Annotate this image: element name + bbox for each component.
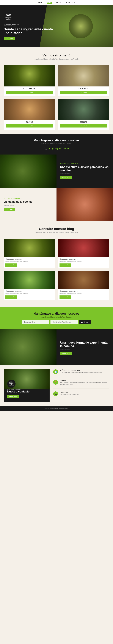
newsletter-subtitle: Sample text. Click to select the Text El… [6, 316, 107, 318]
menu-card-dessert-content: POSTRE LEER MÁS [3, 120, 55, 130]
menu-card-dessert-title: POSTRE [6, 121, 53, 123]
discount-percent: 40% [6, 14, 11, 17]
contact-dark-title: Manténgase al día con nosotros [3, 139, 110, 142]
blog-card-4-text: Sample text. Lorem ipsum dolor sit amet.… [5, 292, 53, 294]
menu-card-salad-button[interactable]: LEER MÁS [60, 91, 107, 94]
bottom-feature-content: NUESTRO RESTAURANTE Una nueva forma de e… [56, 329, 113, 365]
hero-content: 40% ALMUERZO DE NEGOCIOS TÍTULO DE NUEST… [0, 5, 56, 48]
contact-dark-subtitle: Sample text. Click to select the Text El… [3, 143, 110, 145]
info-item-chart: 📊 GRÁFICO PARA NOSOTROS Tu correo amable… [53, 370, 110, 377]
contact-title: Nuestro contacto [7, 390, 46, 393]
blog-card-6-text: Sample text. Lorem ipsum dolor sit amet.… [5, 260, 53, 262]
info-item-chart-title: GRÁFICO PARA NOSOTROS [60, 370, 102, 371]
contact-phone: 📞 +1 (234) 567-8910 [3, 147, 110, 150]
contact-left: 40% ALMUERZO DE NEGOCIOS TÍTULO DE NUEST… [3, 370, 50, 402]
phone-icon: 📞 [44, 147, 47, 150]
feature1-image-label: Imagen de Freepik [60, 173, 110, 174]
blog-title-area: Consulte nuestro blog Sample text. Click… [0, 221, 113, 236]
blog-card-3: TÍTULO DE LA PUBLICACIÓN 3 Sample text. … [58, 271, 110, 300]
menu-card-pizza-image [3, 65, 55, 86]
blog-card-5-title: TÍTULO DE LA PUBLICACIÓN 5 [60, 258, 108, 260]
feature1-image [0, 154, 56, 188]
blog-grid: TÍTULO DE LA PUBLICACIÓN 6 Sample text. … [0, 236, 113, 303]
blog-card-6: TÍTULO DE LA PUBLICACIÓN 6 Sample text. … [3, 239, 55, 268]
menu-card-dessert: POSTRE LEER MÁS [3, 99, 55, 130]
hero-subtitle: TÍTULO DE NUESTRA [3, 24, 53, 25]
newsletter-title: Manténgase al día con nosotros [6, 312, 107, 315]
newsletter-name-input[interactable] [50, 320, 78, 324]
blog-card-3-content: TÍTULO DE LA PUBLICACIÓN 3 Sample text. … [58, 289, 110, 300]
feature1-content: NUESTRO RESTAURANTE Una aventura culinar… [56, 154, 113, 188]
blog-card-4-title: TÍTULO DE LA PUBLICACIÓN 4 [5, 290, 53, 292]
menu-card-drinks: BEBIDAS LEER MÁS [58, 99, 110, 130]
contact-discount-badge: 40% ALMUERZO DE NEGOCIOS [7, 380, 15, 388]
newsletter-submit-button[interactable]: ENVÍAME [79, 320, 91, 324]
blog-card-5-button[interactable]: LEER MÁS [60, 264, 71, 266]
info-item-location-title: OFICINA [60, 380, 110, 381]
menu-card-salad-image [58, 65, 110, 86]
info-item-location-text: OFICINA Ven a saludar a la sede de nuest… [60, 380, 110, 386]
menu-section-title: Ver nuestro menú [3, 54, 110, 57]
contact-right: 📊 GRÁFICO PARA NOSOTROS Tu correo amable… [53, 370, 110, 402]
contact-phone-number: +1 (234) 567-8910 [49, 147, 69, 150]
blog-card-4-button[interactable]: LEER MÁS [5, 296, 17, 298]
feature2-image [56, 188, 113, 221]
blog-card-5: TÍTULO DE LA PUBLICACIÓN 5 Sample text. … [58, 239, 110, 268]
menu-card-salad-content: ENSALADAS LEER MÁS [58, 86, 110, 96]
bottom-feature-cta-button[interactable]: LEER MÁS [60, 352, 72, 355]
blog-card-3-title: TÍTULO DE LA PUBLICACIÓN 3 [60, 290, 108, 292]
feature1-cta-button[interactable]: LEER MÁS [60, 176, 72, 179]
menu-card-dessert-image [3, 99, 55, 120]
feature1-section: NUESTRO RESTAURANTE Una aventura culinar… [0, 154, 113, 188]
discount-label: ALMUERZO DE NEGOCIOS [5, 17, 11, 20]
menu-grid: PIZZA CALIENTE LEER MÁS ENSALADAS LEER M… [0, 63, 113, 134]
hero-cta-button[interactable]: LEER MÁS [3, 37, 15, 40]
nav-about[interactable]: ABOUT [56, 2, 63, 4]
nav-home[interactable]: HOME [47, 2, 52, 4]
menu-card-pizza-button[interactable]: LEER MÁS [6, 91, 53, 94]
hero-image-label: Imagen de Freepik [3, 25, 53, 26]
bottom-feature-title: Una nueva forma de experimentar la comid… [60, 341, 110, 348]
menu-section-subtitle: Sample text. Click to select the Text El… [3, 58, 110, 60]
contact-info-list: 📊 GRÁFICO PARA NOSOTROS Tu correo amable… [53, 370, 110, 399]
blog-card-4: TÍTULO DE LA PUBLICACIÓN 4 Sample text. … [3, 271, 55, 300]
feature2-restaurant-label: NUESTRO RESTAURANTE [3, 198, 53, 199]
blog-section-title: Consulte nuestro blog [3, 227, 110, 231]
info-item-location: 📍 OFICINA Ven a saludar a la sede de nue… [53, 380, 110, 389]
info-item-phone-title: TELÉFONO [60, 392, 79, 393]
newsletter-email-input[interactable] [22, 320, 49, 324]
feature2-section: NUESTRO RESTAURANTE La magia de la cocin… [0, 188, 113, 221]
menu-card-drinks-image [58, 99, 110, 120]
menu-card-drinks-content: BEBIDAS LEER MÁS [58, 120, 110, 130]
hero-food-decoration [69, 14, 93, 38]
footer-text: © 2024 Todos los derechos reservados. [45, 408, 69, 409]
bottom-feature-section: NUESTRO RESTAURANTE Una nueva forma de e… [0, 329, 113, 365]
menu-card-drinks-button[interactable]: LEER MÁS [60, 124, 107, 128]
nav-menu[interactable]: MENU [38, 2, 43, 4]
feature2-cta-button[interactable]: LEER MÁS [3, 208, 15, 211]
blog-card-5-text: Sample text. Lorem ipsum dolor sit amet.… [60, 260, 108, 262]
blog-card-4-content: TÍTULO DE LA PUBLICACIÓN 4 Sample text. … [3, 289, 55, 300]
menu-card-dessert-button[interactable]: LEER MÁS [6, 124, 53, 128]
blog-section: Consulte nuestro blog Sample text. Click… [0, 221, 113, 307]
blog-card-5-image [58, 239, 110, 257]
contact-info-section: 40% ALMUERZO DE NEGOCIOS TÍTULO DE NUEST… [0, 365, 113, 406]
hero-section: 40% ALMUERZO DE NEGOCIOS TÍTULO DE NUEST… [0, 5, 113, 48]
discount-badge: 40% ALMUERZO DE NEGOCIOS [3, 12, 13, 22]
nav-contact[interactable]: CONTACT [66, 2, 75, 4]
blog-card-6-button[interactable]: LEER MÁS [5, 264, 17, 266]
menu-card-pizza-content: PIZZA CALIENTE LEER MÁS [3, 86, 55, 96]
contact-cta-button[interactable]: LEER MÁS [7, 395, 19, 398]
menu-title-area: Ver nuestro menú Sample text. Click to s… [0, 48, 113, 63]
menu-card-drinks-title: BEBIDAS [60, 121, 107, 123]
contact-discount-label: ALMUERZO DE NEGOCIOS [9, 383, 14, 386]
chart-icon: 📊 [53, 370, 58, 374]
info-item-location-detail: Ven a saludar a la sede de nuestra ofici… [60, 382, 110, 386]
menu-section: Ver nuestro menú Sample text. Click to s… [0, 48, 113, 134]
blog-card-6-title: TÍTULO DE LA PUBLICACIÓN 6 [5, 258, 53, 260]
info-item-chart-text: GRÁFICO PARA NOSOTROS Tu correo amable e… [60, 370, 102, 374]
menu-card-salad-title: ENSALADAS [60, 88, 107, 90]
blog-card-4-image [3, 271, 55, 289]
blog-card-3-button[interactable]: LEER MÁS [60, 296, 71, 298]
contact-dark-section: Manténgase al día con nosotros Sample te… [0, 134, 113, 154]
